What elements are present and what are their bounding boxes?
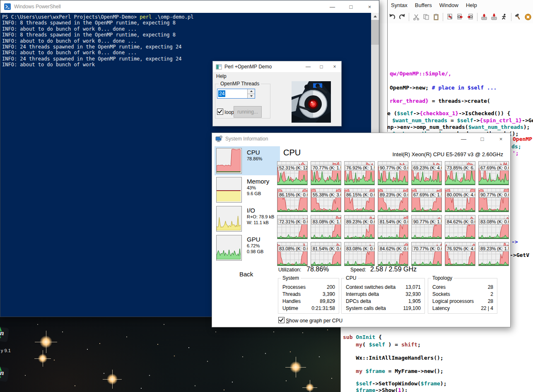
utilization-value: 78.86%: [306, 266, 329, 273]
back-button[interactable]: Back: [239, 271, 253, 278]
code-fragment: my( $self ) = shift;: [343, 341, 421, 348]
cpu-core-graph: 80.00% (K: 4.6: [445, 188, 475, 212]
cpu-core-graph: 89.23% (K: 1.5: [478, 242, 509, 266]
sidebar-item-value: 9.6 GB: [247, 191, 269, 196]
desktop-shortcut[interactable]: n: [0, 366, 12, 384]
cpu-core-graph: 83.08% (K: 0.0: [344, 242, 375, 266]
spin-down-button[interactable]: [248, 94, 255, 99]
cpu-core-graph: 89.23% (K: 0.0: [344, 215, 375, 239]
maximize-button[interactable]: □: [315, 61, 328, 72]
show-one-graph-per-cpu-checkbox[interactable]: Show one graph per CPU: [278, 317, 342, 324]
maximize-button[interactable]: □: [473, 133, 492, 145]
powershell-titlebar[interactable]: Windows PowerShell — □ ×: [0, 0, 379, 13]
stats-row: Interrupts delta32,930: [346, 291, 421, 297]
star: [290, 361, 301, 373]
cpu-core-graph: 73.85% (K: 6.1: [445, 161, 475, 185]
menu-help[interactable]: Help: [213, 72, 230, 80]
cpu-core-graph-label: 83.08% (K: 0.0: [278, 246, 308, 252]
stats-row: Cores28: [432, 284, 493, 290]
cpu-core-graph-label: 70.77% (K: 1.5: [311, 165, 341, 171]
shortcut-label: y 9.1: [1, 348, 11, 353]
maximize-button[interactable]: □: [342, 0, 360, 13]
sidebar-graph-thumbnail: [216, 148, 242, 174]
minimize-button[interactable]: —: [301, 61, 315, 72]
cpu-core-graph: 55.38% (K: 3.0: [311, 188, 341, 212]
demo-titlebar[interactable]: Perl +OpenMP Demo — □ ×: [213, 61, 341, 72]
cpu-core-graph: 90.77% (K: 0.0: [478, 188, 509, 212]
output-line: INFO: about to do bunch of work 0... don…: [2, 26, 371, 32]
loop-checkbox[interactable]: loop: [217, 109, 234, 115]
output-line: INFO: 24 threads spawned in the OpenMP r…: [2, 44, 371, 50]
sidebar-item-gpu[interactable]: GPU6.72%0.98 GB: [216, 235, 278, 261]
sidebar-graph-thumbnail: [216, 235, 242, 261]
stats-row: Sockets2: [432, 291, 493, 297]
cpu-core-graph-label: 70.77% (K: 0.0: [412, 246, 442, 252]
sidebar-item-label: CPU: [247, 149, 262, 156]
group-title: Topology: [431, 275, 454, 281]
sidebar-item-value: 43%: [247, 185, 269, 191]
close-button[interactable]: ×: [328, 61, 341, 72]
cpu-core-graph: 69.23% (K: 4.6: [411, 161, 442, 185]
cpu-core-graph: 89.23% (K: 0.0: [378, 188, 408, 212]
system-information-icon: [215, 136, 222, 143]
minimize-button[interactable]: —: [454, 133, 473, 145]
cpu-core-graph: 81.54% (K: 0.0: [378, 215, 408, 239]
cpu-core-graph-label: 69.23% (K: 4.6: [412, 165, 442, 171]
minimize-button[interactable]: —: [323, 0, 342, 13]
sidebar-item-label: Memory: [247, 178, 269, 185]
cpu-core-graph: 90.77% (K: 0.0: [378, 161, 408, 185]
openmp-demo-window: Perl +OpenMP Demo — □ × Help OpenMP Thre…: [212, 61, 342, 126]
close-button[interactable]: ×: [360, 0, 379, 13]
star: [107, 374, 118, 385]
sidebar-item-cpu[interactable]: CPU78.86%: [216, 148, 278, 174]
code-fragment: np->env->omp_num_threads($want_num_threa…: [387, 124, 530, 131]
sidebar-item-value: 78.86%: [247, 156, 262, 162]
scroll-up-icon[interactable]: [371, 13, 379, 20]
cpu-core-graph: 84.62% (K: 0.0: [378, 242, 408, 266]
stats-group-topology: TopologyCores28Sockets2Logical processor…: [428, 278, 497, 314]
sidebar-item-value: 0.98 GB: [247, 249, 263, 254]
scrollbar-thumb[interactable]: [371, 20, 379, 45]
code-fragment: sub OnInit {: [343, 334, 382, 341]
sidebar-item-memory[interactable]: Memory43%9.6 GB: [216, 177, 278, 203]
desktop-shortcut[interactable]: n: [0, 327, 12, 344]
cpu-core-graph-label: 80.00% (K: 4.6: [446, 192, 475, 198]
utilization-label: Utilization:: [278, 267, 301, 273]
stats-row: Handles89,829: [282, 298, 335, 304]
checkbox-check-icon[interactable]: [217, 109, 223, 115]
output-line: INFO: about to do bunch of work 0... don…: [2, 38, 371, 44]
code-fragment: $want_num_threads = $self->{spin_ctrl_1}…: [392, 117, 533, 124]
demo-menubar: Help: [213, 72, 341, 80]
cpu-core-graph-label: 86.15% (K: 0.0: [278, 192, 308, 198]
sidebar-item-io[interactable]: I/OR+O: 78.9 kBW: 11.1 kB: [216, 206, 278, 232]
star: [40, 336, 52, 348]
cpu-core-graph-label: 90.77% (K: 1.5: [412, 219, 442, 225]
code-fragment: qw/OpenMP::Simple/,: [390, 70, 451, 77]
checkbox-check-icon[interactable]: [278, 317, 285, 323]
cpu-core-graph: 83.08% (K: 0.0: [478, 215, 509, 239]
sysinfo-titlebar[interactable]: System Information — □ ×: [212, 133, 510, 145]
running-button[interactable]: running...: [234, 106, 262, 118]
app-icon: [216, 64, 222, 70]
cpu-core-graph: 72.31% (K: 0.0: [277, 215, 308, 239]
window-title: Windows PowerShell: [14, 4, 61, 10]
stats-row: System calls delta119,100: [346, 305, 421, 311]
close-button[interactable]: ×: [492, 133, 510, 145]
cpu-core-graph: 86.15% (K: 0.0: [277, 188, 308, 212]
cpu-core-graph: 70.77% (K: 1.5: [311, 161, 341, 185]
stats-row: Processes200: [282, 284, 335, 290]
output-line: INFO: 8 threads spawned in the OpenMP ru…: [2, 20, 371, 26]
cpu-core-graph: 52.31% (K: 12: [277, 161, 308, 185]
openmp-threads-spinner[interactable]: 24: [217, 89, 255, 99]
cpu-core-graph: 84.62% (K: 0.0: [445, 215, 475, 239]
stats-group-system: SystemProcesses200Threads3,390Handles89,…: [278, 278, 339, 314]
code-fragment: ->GetV: [510, 252, 529, 259]
cpu-core-graph: 83.08% (K: 0.0: [277, 242, 308, 266]
cpu-core-graph-label: 55.38% (K: 3.0: [311, 192, 341, 198]
spin-up-button[interactable]: [248, 89, 255, 94]
cpu-core-graph-label: 67.69% (K: 1.5: [412, 192, 442, 198]
sidebar-item-label: I/O: [247, 207, 274, 214]
spinner-value: 24: [218, 90, 225, 97]
sidebar-graph-thumbnail: [216, 177, 242, 203]
stats-row: DPCs delta1,905: [346, 298, 421, 304]
